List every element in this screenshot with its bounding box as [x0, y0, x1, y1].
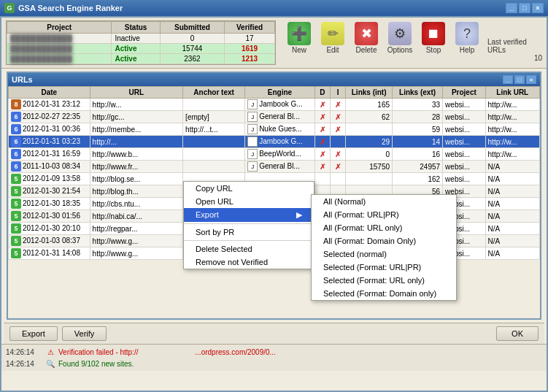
cell-date: 52012-01-09 13:58 [9, 173, 90, 185]
cell-links-int: 165 [346, 99, 393, 111]
cell-url: http://cbs.ntu... [90, 198, 183, 210]
project-row[interactable]: ████████████ Inactive 0 17 [7, 34, 275, 44]
ctx-remove-not-verified[interactable]: Remove not Verified [184, 255, 314, 269]
cell-link-url: http://w... [485, 111, 539, 123]
project-row[interactable]: ████████████ Active 15744 1619 [7, 44, 275, 54]
badge: 6 [11, 112, 21, 122]
close-button[interactable]: × [532, 3, 544, 13]
badge: 8 [11, 99, 21, 109]
project-name: ████████████ [10, 45, 72, 53]
table-row[interactable]: 82012-01-31 23:12 http://w... JJambook G… [9, 99, 540, 111]
badge: 5 [11, 186, 21, 196]
status-line-1: 14:26:14 ⚠ Verification failed - http://… [6, 346, 542, 358]
urls-data-grid[interactable]: Date URL Anchor text Engine D I Links (i… [8, 86, 540, 318]
table-row[interactable]: 62012-01-31 00:36 http://membe... http:/… [9, 123, 540, 136]
cell-d: ✗ [314, 136, 330, 148]
cell-url: http://www.g... [90, 247, 183, 260]
edit-button[interactable]: ✏ Edit [317, 20, 349, 55]
bottom-left-buttons: Export Verify [9, 326, 107, 341]
delete-label: Delete [356, 46, 377, 54]
cell-link-url: http://w... [485, 148, 539, 161]
cell-project: websi... [443, 161, 485, 173]
title-bar: G GSA Search Engine Ranker _ □ × [0, 0, 548, 16]
cell-url: http://nabi.ca/... [90, 210, 183, 223]
project-row[interactable]: ████████████ Active 2362 1213 [7, 54, 275, 64]
edit-label: Edit [326, 46, 339, 54]
cell-project: websi... [443, 148, 485, 161]
th-link-url: Link URL [485, 87, 539, 99]
cell-engine: JJambook G... [245, 99, 315, 111]
cell-engine: JGeneral Bl... [245, 161, 315, 173]
maximize-button[interactable]: □ [519, 3, 530, 13]
cell-date: 62012-01-31 03:23 [9, 136, 90, 148]
table-row[interactable]: 62012-01-31 16:59 http://www.b... JBeepW… [9, 148, 540, 161]
ctx-sep2 [184, 240, 314, 241]
cell-engine: JBeepWorld... [245, 148, 315, 161]
th-d: D [314, 87, 330, 99]
cell-d: ✗ [314, 161, 330, 173]
export-all-domain-only[interactable]: All (Format: Domain Only) [312, 234, 456, 247]
help-button[interactable]: ? Help [451, 20, 483, 55]
export-all-url-only[interactable]: All (Format: URL only) [312, 221, 456, 234]
cell-link-url: http://w... [485, 99, 539, 111]
main-window: Project Status Submitted Verified ██████… [0, 16, 548, 392]
export-selected-url-only[interactable]: Selected (Format: URL only) [312, 274, 456, 287]
badge: 5 [11, 248, 21, 258]
ctx-export[interactable]: Export▶ [184, 208, 314, 222]
cell-date: 52012-01-30 01:56 [9, 210, 90, 223]
status-text-1: Verification failed - http:// ...ordpres… [58, 348, 276, 356]
panel-maximize[interactable]: □ [514, 75, 525, 84]
panel-controls: _ □ × [503, 75, 536, 84]
badge: 6 [11, 137, 21, 147]
th-i: I [331, 87, 346, 99]
export-selected-url-pr[interactable]: Selected (Format: URL|PR) [312, 261, 456, 274]
options-label: Options [387, 46, 412, 54]
ok-button[interactable]: OK [496, 326, 539, 341]
new-button[interactable]: ➕ New [283, 20, 315, 55]
panel-minimize[interactable]: _ [503, 75, 513, 84]
options-button[interactable]: ⚙ Options [384, 20, 416, 55]
cell-url: http://blog.th... [90, 185, 183, 198]
delete-button[interactable]: ✖ Delete [350, 20, 382, 55]
app-title: GSA Search Engine Ranker [18, 4, 123, 12]
th-engine: Engine [245, 87, 315, 99]
table-row[interactable]: 62012-01-31 03:23 http://... JJambook G.… [9, 136, 540, 148]
export-button[interactable]: Export [9, 326, 58, 341]
export-all-url-pr[interactable]: All (Format: URL|PR) [312, 208, 456, 221]
col-submitted: Submitted [160, 22, 224, 34]
ctx-copy-url[interactable]: Copy URL [184, 182, 314, 195]
th-links-ext: Links (ext) [393, 87, 443, 99]
cell-links-int: 29 [346, 136, 393, 148]
cell-link-url: N/A [485, 210, 539, 223]
cell-link-url: N/A [485, 173, 539, 185]
badge: 6 [11, 149, 21, 159]
cell-link-url: N/A [485, 198, 539, 210]
cell-anchor: http://...t... [183, 123, 245, 136]
cell-date: 62011-10-03 08:34 [9, 161, 90, 173]
toolbar: Project Status Submitted Verified ██████… [1, 18, 547, 69]
bottom-bar: Export Verify OK [4, 323, 544, 344]
cell-links-ext: 162 [393, 173, 443, 185]
badge: 5 [11, 174, 21, 184]
cell-url: http://www.g... [90, 235, 183, 247]
ctx-sort-pr[interactable]: Sort by PR [184, 226, 314, 239]
verify-button[interactable]: Verify [62, 326, 107, 341]
export-selected-normal[interactable]: Selected (normal) [312, 247, 456, 261]
table-row[interactable]: 62012-02-27 22:35 http://gc... [empty] J… [9, 111, 540, 123]
cell-engine: JGeneral Bl... [245, 111, 315, 123]
stop-button[interactable]: ⏹ Stop [417, 20, 449, 55]
ctx-delete-selected[interactable]: Delete Selected [184, 242, 314, 255]
app-icon: G [4, 3, 15, 13]
ctx-open-url[interactable]: Open URL [184, 195, 314, 208]
table-row[interactable]: 62011-10-03 08:34 http://www.fr... JGene… [9, 161, 540, 173]
export-all-normal[interactable]: All (Normal) [312, 195, 456, 208]
cell-links-ext: 14 [393, 136, 443, 148]
export-selected-domain-only[interactable]: Selected (Format: Domain only) [312, 287, 456, 300]
cell-url: http://w... [90, 99, 183, 111]
th-anchor: Anchor text [183, 87, 245, 99]
cell-i: ✗ [331, 111, 346, 123]
panel-close[interactable]: × [526, 75, 536, 84]
project-status: Active [112, 54, 160, 64]
project-verified: 17 [225, 34, 275, 44]
minimize-button[interactable]: _ [506, 3, 517, 13]
